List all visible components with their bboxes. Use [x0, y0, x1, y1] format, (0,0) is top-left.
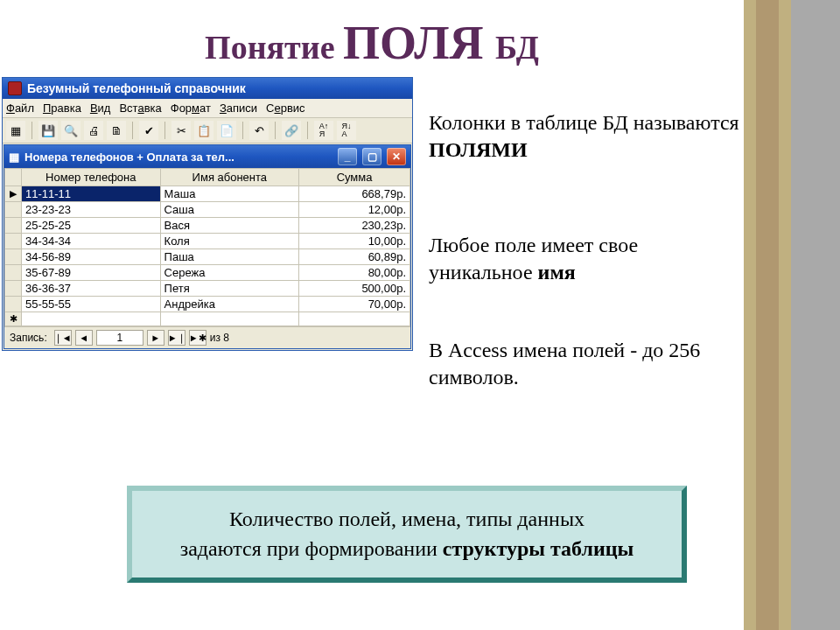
recnav-label: Запись:: [10, 332, 47, 344]
sub-window-titlebar[interactable]: ▦ Номера телефонов + Оплата за тел... _ …: [4, 145, 410, 168]
view-mode-button[interactable]: ▦: [6, 121, 25, 140]
column-header-phone[interactable]: Номер телефона: [22, 169, 161, 186]
cell-phone[interactable]: 11-11-11: [22, 186, 161, 202]
row-selector[interactable]: [5, 281, 22, 297]
menu-view[interactable]: Вид: [90, 102, 111, 115]
row-selector[interactable]: ✱: [5, 312, 22, 326]
sort-desc-button[interactable]: Я↓А: [337, 121, 356, 140]
cut-button[interactable]: ✂: [172, 121, 191, 140]
search-button[interactable]: 🔍: [61, 121, 80, 140]
undo-button[interactable]: ↶: [249, 121, 269, 140]
cell-phone[interactable]: 25-25-25: [22, 218, 161, 234]
slide-title-big: ПОЛЯ: [343, 17, 495, 69]
maximize-button[interactable]: ▢: [362, 148, 382, 165]
summary-box: Количество полей, имена, типы данных зад…: [127, 486, 687, 583]
cell-sum[interactable]: 12,00р.: [299, 202, 410, 218]
cell-name[interactable]: Петя: [160, 281, 299, 297]
menu-records[interactable]: Записи: [220, 102, 257, 115]
cell-name[interactable]: Коля: [160, 234, 299, 249]
sub-window-title: Номера телефонов + Оплата за тел...: [24, 150, 234, 164]
summary-line2a: задаются при формировании: [180, 537, 443, 560]
menu-insert[interactable]: Вставка: [119, 102, 161, 115]
menu-edit[interactable]: Правка: [43, 102, 81, 115]
column-header-name[interactable]: Имя абонента: [160, 169, 299, 186]
link-button[interactable]: 🔗: [282, 121, 301, 140]
cell-phone[interactable]: 23-23-23: [22, 202, 161, 218]
recnav-count-label: из 8: [210, 332, 229, 344]
datasheet-icon: ▦: [9, 150, 19, 164]
copy-button[interactable]: 📋: [194, 121, 214, 140]
recnav-prev-button[interactable]: ◄: [75, 330, 93, 346]
minimize-button[interactable]: _: [338, 148, 357, 165]
cell-phone[interactable]: 35-67-89: [22, 265, 161, 281]
row-selector[interactable]: [5, 218, 22, 234]
cell-phone[interactable]: 55-55-55: [22, 297, 161, 312]
row-selector[interactable]: ▶: [5, 186, 22, 202]
table-row[interactable]: 34-56-89Паша60,89р.: [5, 249, 410, 265]
cell-name[interactable]: Саша: [160, 202, 299, 218]
cell-sum[interactable]: 230,23р.: [299, 218, 410, 234]
column-header-sum[interactable]: Сумма: [299, 169, 410, 186]
recnav-current-input[interactable]: [96, 330, 144, 346]
paste-button[interactable]: 📄: [217, 121, 236, 140]
row-selector[interactable]: [5, 297, 22, 312]
data-table[interactable]: Номер телефона Имя абонента Сумма ▶11-11…: [4, 168, 410, 326]
recnav-next-button[interactable]: ►: [147, 330, 164, 346]
recnav-new-button[interactable]: ►✱: [189, 330, 206, 346]
cell-name[interactable]: Андрейка: [160, 297, 299, 312]
table-row[interactable]: 23-23-23Саша12,00р.: [5, 202, 410, 218]
select-all-header[interactable]: [5, 169, 22, 186]
cell-phone[interactable]: 34-34-34: [22, 234, 161, 249]
cell-sum[interactable]: [299, 312, 410, 326]
row-selector[interactable]: [5, 265, 22, 281]
decorative-stripes: [744, 0, 840, 630]
row-selector[interactable]: [5, 202, 22, 218]
table-row[interactable]: ▶11-11-11Маша668,79р.: [5, 186, 410, 202]
table-row[interactable]: 55-55-55Андрейка70,00р.: [5, 297, 410, 312]
table-row[interactable]: 34-34-34Коля10,00р.: [5, 234, 410, 249]
save-button[interactable]: 💾: [38, 121, 58, 140]
slide-title-part2: БД: [495, 29, 539, 66]
cell-name[interactable]: Маша: [160, 186, 299, 202]
summary-line2b: структуры таблицы: [443, 537, 634, 560]
print-preview-button[interactable]: 🗎: [107, 121, 126, 140]
table-row[interactable]: 36-36-37Петя500,00р.: [5, 281, 410, 297]
cell-sum[interactable]: 80,00р.: [299, 265, 410, 281]
close-button[interactable]: ✕: [387, 148, 406, 165]
slide-title: Понятие ПОЛЯ БД: [0, 0, 744, 79]
datasheet-sub-window: ▦ Номера телефонов + Оплата за тел... _ …: [4, 144, 411, 349]
menu-format[interactable]: Формат: [171, 102, 211, 115]
app-titlebar[interactable]: Безумный телефонный справочник: [3, 78, 412, 99]
cell-sum[interactable]: 70,00р.: [299, 297, 410, 312]
cell-name[interactable]: Вася: [160, 218, 299, 234]
explain2-bold: имя: [538, 261, 576, 284]
menu-service[interactable]: Сервис: [266, 102, 305, 115]
sort-asc-button[interactable]: А↑Я: [314, 121, 333, 140]
summary-line1: Количество полей, имена, типы данных: [151, 505, 662, 535]
cell-sum[interactable]: 668,79р.: [299, 186, 410, 202]
app-title-text: Безумный телефонный справочник: [27, 81, 246, 95]
table-row[interactable]: 35-67-89Сережа80,00р.: [5, 265, 410, 281]
print-button[interactable]: 🖨: [84, 121, 103, 140]
explain1-text: Колонки в таблице БД называются: [429, 111, 739, 134]
cell-phone[interactable]: [22, 312, 161, 326]
row-selector[interactable]: [5, 249, 22, 265]
cell-name[interactable]: Сережа: [160, 265, 299, 281]
cell-phone[interactable]: 36-36-37: [22, 281, 161, 297]
row-selector[interactable]: [5, 234, 22, 249]
cell-sum[interactable]: 500,00р.: [299, 281, 410, 297]
cell-name[interactable]: Паша: [160, 249, 299, 265]
table-new-row[interactable]: ✱: [5, 312, 410, 326]
explain-block-2: Любое поле имеет свое уникальное имя: [429, 232, 744, 286]
cell-phone[interactable]: 34-56-89: [22, 249, 161, 265]
access-app-window: Безумный телефонный справочник Файл Прав…: [2, 77, 413, 351]
explain3-text: В Access имена полей - до 256 символов.: [429, 339, 700, 388]
cell-sum[interactable]: 10,00р.: [299, 234, 410, 249]
menu-file[interactable]: Файл: [6, 102, 34, 115]
table-row[interactable]: 25-25-25Вася230,23р.: [5, 218, 410, 234]
cell-sum[interactable]: 60,89р.: [299, 249, 410, 265]
recnav-first-button[interactable]: ❘◄: [54, 330, 72, 346]
recnav-last-button[interactable]: ►❘: [168, 330, 186, 346]
spellcheck-button[interactable]: ✔: [139, 121, 158, 140]
cell-name[interactable]: [160, 312, 299, 326]
